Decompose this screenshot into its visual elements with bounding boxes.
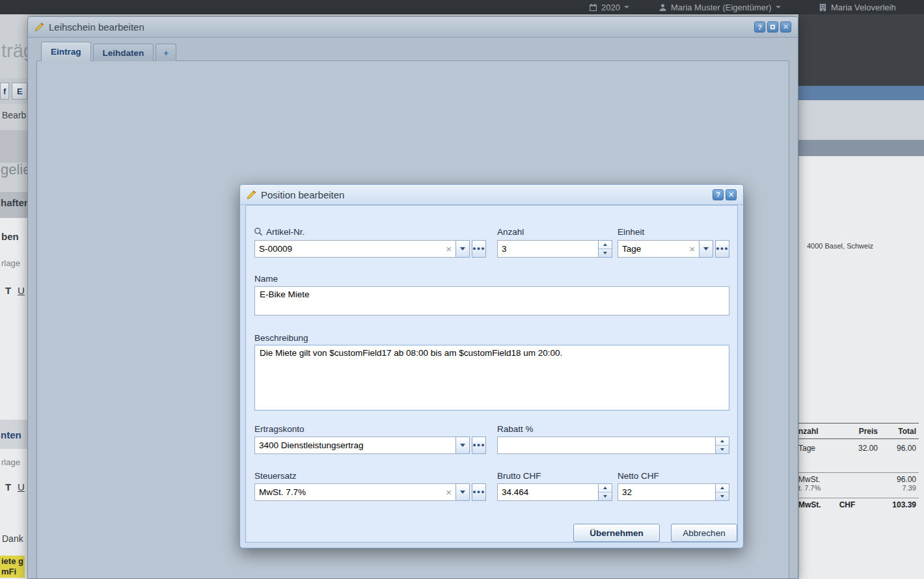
ertragskonto-more-trigger[interactable]: ●●● [472, 437, 486, 454]
chevron-down-icon [703, 247, 709, 250]
spinner-down-icon[interactable] [716, 446, 729, 453]
steuersatz-more-trigger[interactable]: ●●● [472, 483, 486, 501]
einheit-input[interactable] [618, 241, 685, 257]
ellipsis-icon: ●●● [472, 489, 485, 495]
uebernehmen-button[interactable]: Übernehmen [573, 524, 660, 542]
search-icon [254, 227, 263, 236]
abbrechen-button[interactable]: Abbrechen [671, 524, 737, 542]
einheit-more-trigger[interactable]: ●●● [715, 240, 729, 258]
steuersatz-input[interactable] [255, 484, 442, 500]
pos-beschreibung-input[interactable]: Die Miete gilt von $customField17 ab 08:… [254, 345, 729, 411]
ertragskonto-label: Ertragskonto [254, 424, 305, 434]
brutto-field [497, 483, 612, 501]
pos-beschreibung-label: Beschreibung [254, 333, 308, 343]
anzahl-field [497, 240, 612, 258]
name-label: Name [254, 274, 278, 284]
rabatt-field [497, 437, 729, 454]
anzahl-spinner[interactable] [598, 240, 612, 258]
ertragskonto-dropdown-trigger[interactable] [455, 437, 470, 454]
ertragskonto-field: ●●● [254, 437, 486, 454]
spinner-down-icon[interactable] [716, 492, 729, 500]
anzahl-label: Anzahl [497, 227, 524, 237]
dialog-title: Position bearbeiten [261, 189, 344, 200]
einheit-dropdown-trigger[interactable] [699, 240, 713, 258]
chevron-down-icon [460, 444, 465, 447]
steuersatz-dropdown-trigger[interactable] [455, 483, 470, 501]
netto-label: Netto CHF [618, 471, 659, 481]
edit-pencil-icon [247, 190, 256, 200]
rabatt-input[interactable] [498, 437, 715, 453]
rabatt-spinner[interactable] [715, 437, 729, 454]
ellipsis-icon: ●●● [716, 246, 728, 252]
name-input[interactable]: E-Bike Miete [254, 286, 729, 316]
clear-icon[interactable]: × [685, 244, 699, 254]
steuersatz-label: Steuersatz [254, 471, 297, 481]
brutto-input[interactable] [498, 484, 598, 500]
rabatt-label: Rabatt % [497, 424, 534, 434]
netto-spinner[interactable] [715, 483, 729, 501]
chevron-down-icon [460, 491, 465, 494]
artikel-nr-field: × ●●● [254, 240, 486, 258]
spinner-up-icon[interactable] [599, 484, 612, 492]
spinner-up-icon[interactable] [716, 437, 729, 446]
brutto-spinner[interactable] [598, 483, 612, 501]
clear-icon[interactable]: × [442, 487, 455, 497]
anzahl-input[interactable] [498, 241, 598, 257]
position-dialog-titlebar[interactable]: Position bearbeiten ? ✕ [240, 185, 743, 205]
spinner-up-icon[interactable] [716, 484, 729, 492]
ertragskonto-input[interactable] [255, 437, 455, 453]
steuersatz-field: × ●●● [254, 483, 486, 501]
artikel-nr-label: Artikel-Nr. [266, 227, 305, 237]
artikel-more-trigger[interactable]: ●●● [472, 240, 486, 258]
ellipsis-icon: ●●● [472, 442, 485, 448]
brutto-label: Brutto CHF [497, 471, 541, 481]
clear-icon[interactable]: × [442, 244, 455, 254]
close-button[interactable]: ✕ [726, 189, 737, 200]
help-button[interactable]: ? [713, 189, 724, 200]
spinner-down-icon[interactable] [599, 492, 612, 500]
position-dialog: Position bearbeiten ? ✕ Artikel-Nr. Anza… [239, 184, 744, 548]
artikel-dropdown-trigger[interactable] [455, 240, 470, 258]
netto-field [618, 483, 729, 501]
spinner-up-icon[interactable] [599, 241, 612, 249]
einheit-label: Einheit [618, 227, 644, 237]
ellipsis-icon: ●●● [472, 246, 485, 252]
spinner-down-icon[interactable] [599, 249, 612, 257]
netto-input[interactable] [618, 484, 715, 500]
artikel-nr-input[interactable] [255, 241, 442, 257]
chevron-down-icon [460, 247, 465, 250]
einheit-field: × ●●● [618, 240, 729, 258]
